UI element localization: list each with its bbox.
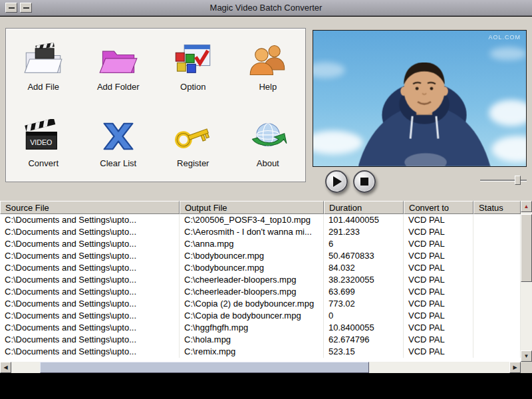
cell-status [473, 334, 521, 346]
help-label: Help [259, 82, 277, 92]
table-row[interactable]: C:\Documents and Settings\upto...C:\Aero… [0, 226, 521, 238]
option-label: Option [180, 82, 205, 92]
convert-label: Convert [28, 158, 59, 168]
cell-convert-to: VCD PAL [404, 274, 473, 286]
help-button[interactable]: Help [231, 29, 306, 105]
clear-list-button[interactable]: Clear List [81, 105, 156, 182]
cell-status [473, 226, 521, 238]
cell-status [473, 346, 521, 358]
table-row[interactable]: C:\Documents and Settings\upto...C:\remi… [0, 346, 521, 358]
stop-icon [360, 178, 368, 186]
column-header-source-file[interactable]: Source File [0, 201, 180, 214]
column-header-output-file[interactable]: Output File [180, 201, 324, 214]
help-icon [248, 43, 288, 80]
cell-source-file: C:\Documents and Settings\upto... [0, 274, 180, 286]
play-button[interactable] [325, 170, 348, 193]
cell-duration: 10.8400055 [324, 322, 404, 334]
column-header-status[interactable]: Status [473, 201, 521, 214]
cell-convert-to: VCD PAL [404, 334, 473, 346]
video-watermark: AOL.COM [488, 34, 521, 41]
table-row[interactable]: C:\Documents and Settings\upto...C:\body… [0, 262, 521, 274]
option-icon [173, 43, 213, 80]
slider-thumb[interactable] [515, 176, 521, 185]
cell-duration: 523.15 [324, 346, 404, 358]
table-header: Source File Output File Duration Convert… [0, 201, 521, 214]
scroll-left-arrow-icon[interactable]: ◀ [0, 362, 11, 373]
scroll-right-arrow-icon[interactable]: ▶ [509, 362, 521, 373]
table-row[interactable]: C:\Documents and Settings\upto...C:\chee… [0, 286, 521, 298]
titlebar-button-1[interactable] [5, 3, 17, 13]
table-row[interactable]: C:\Documents and Settings\upto...C:\Copi… [0, 310, 521, 322]
scroll-down-arrow-icon[interactable]: ▼ [521, 350, 532, 362]
cell-convert-to: VCD PAL [404, 322, 473, 334]
add-file-icon [23, 43, 63, 80]
cell-status [473, 238, 521, 250]
table-row[interactable]: C:\Documents and Settings\upto...C:\Copi… [0, 298, 521, 310]
cell-source-file: C:\Documents and Settings\upto... [0, 238, 180, 250]
option-button[interactable]: Option [156, 29, 231, 105]
title-bar: Magic Video Batch Converter [0, 0, 532, 16]
register-button[interactable]: Register [156, 105, 231, 182]
menu-icon [23, 7, 29, 9]
video-preview: AOL.COM [313, 30, 527, 167]
cell-output-file: C:\Copia (2) de bodybouncer.mpg [180, 298, 324, 310]
play-icon [333, 176, 342, 187]
cell-source-file: C:\Documents and Settings\upto... [0, 226, 180, 238]
stop-button[interactable] [353, 170, 376, 193]
register-icon [173, 119, 213, 156]
cell-status [473, 298, 521, 310]
add-file-label: Add File [27, 82, 59, 92]
cell-duration: 773.02 [324, 298, 404, 310]
cell-convert-to: VCD PAL [404, 346, 473, 358]
cell-duration: 62.674796 [324, 334, 404, 346]
column-header-duration[interactable]: Duration [324, 201, 404, 214]
file-list: Source File Output File Duration Convert… [0, 201, 532, 362]
cell-convert-to: VCD PAL [404, 310, 473, 322]
vertical-scrollbar[interactable]: ▲ ▼ [521, 201, 532, 362]
letterbox-bar [0, 373, 532, 399]
cell-output-file: C:\cheerleader-bloopers.mpg [180, 286, 324, 298]
about-button[interactable]: About [231, 105, 306, 182]
add-folder-button[interactable]: Add Folder [81, 29, 156, 105]
horizontal-scrollbar-thumb[interactable] [40, 362, 369, 373]
cell-convert-to: VCD PAL [404, 238, 473, 250]
cell-source-file: C:\Documents and Settings\upto... [0, 322, 180, 334]
cell-output-file: C:\Aerosmith - I don't wanna mi... [180, 226, 324, 238]
cell-output-file: C:\bodybouncer.mpg [180, 262, 324, 274]
vertical-scrollbar-thumb[interactable] [521, 214, 532, 282]
table-body: C:\Documents and Settings\upto...C:\2005… [0, 214, 521, 358]
column-header-convert-to[interactable]: Convert to [404, 201, 473, 214]
horizontal-scrollbar[interactable]: ◀ ▶ [0, 362, 532, 373]
cell-source-file: C:\Documents and Settings\upto... [0, 286, 180, 298]
cell-convert-to: VCD PAL [404, 226, 473, 238]
table-row[interactable]: C:\Documents and Settings\upto...C:\body… [0, 250, 521, 262]
titlebar-button-2[interactable] [20, 3, 32, 13]
cell-duration: 291.233 [324, 226, 404, 238]
window-title: Magic Video Batch Converter [210, 3, 323, 13]
cell-duration: 50.4670833 [324, 250, 404, 262]
convert-button[interactable]: VIDEO Convert [6, 105, 81, 182]
cell-duration: 38.2320055 [324, 274, 404, 286]
cell-output-file: C:\hggfhgfh.mpg [180, 322, 324, 334]
cell-status [473, 274, 521, 286]
cell-duration: 6 [324, 238, 404, 250]
clear-list-icon [98, 119, 138, 156]
about-label: About [257, 158, 279, 168]
table-row[interactable]: C:\Documents and Settings\upto...C:\hola… [0, 334, 521, 346]
table-row[interactable]: C:\Documents and Settings\upto...C:\hggf… [0, 322, 521, 334]
cell-status [473, 262, 521, 274]
cell-source-file: C:\Documents and Settings\upto... [0, 250, 180, 262]
volume-slider[interactable] [480, 176, 527, 185]
cell-source-file: C:\Documents and Settings\upto... [0, 298, 180, 310]
cell-convert-to: VCD PAL [404, 214, 473, 226]
about-icon [248, 119, 288, 156]
scrollbar-corner [521, 362, 532, 373]
cell-output-file: C:\Copia de bodybouncer.mpg [180, 310, 324, 322]
cell-status [473, 214, 521, 226]
cell-output-file: C:\hola.mpg [180, 334, 324, 346]
table-row[interactable]: C:\Documents and Settings\upto...C:\2005… [0, 214, 521, 226]
scroll-up-arrow-icon[interactable]: ▲ [521, 201, 532, 212]
table-row[interactable]: C:\Documents and Settings\upto...C:\chee… [0, 274, 521, 286]
add-file-button[interactable]: Add File [6, 29, 81, 105]
table-row[interactable]: C:\Documents and Settings\upto...C:\anna… [0, 238, 521, 250]
